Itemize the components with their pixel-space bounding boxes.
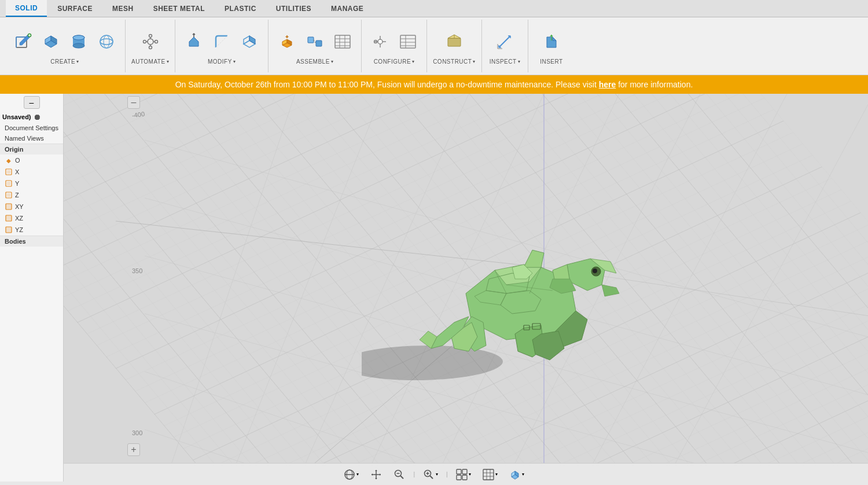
modify-group-label[interactable]: MODIFY ▾: [208, 58, 236, 65]
zoom-plus-button[interactable]: +: [127, 443, 140, 456]
fit-all-tool[interactable]: ▾: [420, 468, 442, 482]
automate-group-label[interactable]: AUTOMATE ▾: [131, 58, 169, 65]
svg-rect-67: [7, 182, 10, 185]
view-cube-tool[interactable]: ▾: [506, 468, 528, 482]
display-mode-tool[interactable]: ▾: [453, 468, 475, 482]
zoom-minus-button[interactable]: –: [127, 96, 140, 109]
create-icons: [10, 27, 119, 56]
svg-rect-71: [6, 215, 12, 221]
inspect-icons: [492, 27, 517, 56]
svg-marker-103: [602, 285, 619, 296]
left-sidebar: – Unsaved) ⏺ Document Settings Named Vie…: [0, 94, 64, 482]
orbit-tool[interactable]: ▾: [340, 468, 362, 482]
plane-z-icon: [5, 191, 13, 199]
tab-manage[interactable]: MANAGE: [322, 0, 373, 17]
bottom-bar: ▾ | ▾ | ▾ ▾ ▾: [0, 463, 868, 485]
fit-arrow: ▾: [436, 472, 438, 477]
browser-origin-xz[interactable]: XZ: [0, 212, 63, 224]
axis-label-350: 350: [132, 267, 142, 274]
create-group-label[interactable]: CREATE ▾: [50, 58, 79, 65]
sidebar-search-button[interactable]: –: [24, 96, 40, 109]
insert-icons: [539, 27, 564, 56]
svg-point-16: [148, 39, 153, 45]
grid-arrow: ▾: [495, 472, 498, 477]
svg-rect-72: [6, 227, 12, 233]
svg-point-14: [100, 39, 113, 45]
separator-1: |: [413, 471, 415, 477]
assemble-group-label[interactable]: ASSEMBLE ▾: [296, 58, 333, 65]
configure-table2-button[interactable]: [395, 27, 421, 56]
construct-button[interactable]: [442, 27, 467, 56]
browser-origin-xy[interactable]: XY: [0, 201, 63, 212]
plane-xy-icon: [5, 203, 13, 211]
browser-origin-yz[interactable]: YZ: [0, 224, 63, 236]
svg-marker-25: [189, 37, 198, 46]
group-configure: CONFIGURE ▾: [362, 20, 427, 72]
svg-rect-133: [462, 469, 467, 474]
plane-y-icon: [5, 179, 13, 188]
assemble-table-icon: [333, 32, 352, 51]
grid-display-tool[interactable]: ▾: [479, 468, 501, 482]
automate-arrow: ▾: [167, 59, 170, 64]
modify-fillet-button[interactable]: [209, 27, 234, 56]
svg-rect-36: [316, 41, 322, 46]
svg-rect-38: [335, 35, 350, 48]
create-box-button[interactable]: [38, 27, 64, 56]
tab-utilities[interactable]: UTILITIES: [267, 0, 321, 17]
automate-icons: [138, 27, 163, 56]
create-cylinder-icon: [69, 32, 88, 51]
assemble-joint-button[interactable]: [302, 27, 328, 56]
create-sphere-button[interactable]: [94, 27, 119, 56]
automate-button[interactable]: [138, 27, 163, 56]
assemble-joint-icon: [306, 32, 324, 51]
insert-icon: [542, 32, 561, 51]
create-sketch-button[interactable]: [10, 27, 36, 56]
inspect-measure-button[interactable]: [492, 27, 517, 56]
svg-point-17: [149, 35, 152, 38]
zoom-tool[interactable]: [390, 468, 409, 482]
svg-rect-53: [448, 38, 461, 46]
inspect-group-label[interactable]: INSPECT ▾: [490, 58, 520, 65]
assemble-new-component-button[interactable]: [274, 27, 300, 56]
create-cylinder-button[interactable]: [66, 27, 91, 56]
browser-origin-o[interactable]: ◆ O: [0, 155, 63, 166]
browser-origin-x[interactable]: X: [0, 166, 63, 178]
configure-group-label[interactable]: CONFIGURE ▾: [374, 58, 415, 65]
configure-icons: [367, 27, 421, 56]
svg-rect-65: [7, 170, 10, 174]
tab-mesh[interactable]: MESH: [103, 0, 143, 17]
modify-shell-button[interactable]: [237, 27, 262, 56]
browser-origin-y[interactable]: Y: [0, 178, 63, 189]
tab-solid[interactable]: SOLID: [6, 0, 47, 17]
browser-bodies-header[interactable]: Bodies: [0, 236, 63, 247]
viewport[interactable]: – +: [64, 94, 868, 482]
browser-document-settings[interactable]: Document Settings: [0, 123, 63, 133]
create-sphere-icon: [97, 32, 116, 51]
create-box-icon: [42, 32, 60, 51]
pan-tool[interactable]: [367, 468, 385, 482]
document-row[interactable]: Unsaved) ⏺: [0, 111, 63, 123]
modify-press-pull-button[interactable]: [181, 27, 207, 56]
toolbar: SOLID SURFACE MESH SHEET METAL PLASTIC U…: [0, 0, 868, 75]
browser-origin-z[interactable]: Z: [0, 189, 63, 201]
notification-link[interactable]: here: [599, 80, 616, 89]
construct-group-label[interactable]: CONSTRUCT ▾: [433, 58, 476, 65]
modify-fillet-icon: [212, 32, 231, 51]
axis-label-300: 300: [132, 429, 142, 436]
sidebar-search-area: –: [0, 94, 63, 111]
browser-named-views[interactable]: Named Views: [0, 133, 63, 144]
plane-yz-icon: [5, 226, 13, 234]
browser-origin-header[interactable]: Origin: [0, 144, 63, 155]
svg-point-95: [362, 346, 509, 380]
configure-button[interactable]: [367, 27, 393, 56]
tab-surface[interactable]: SURFACE: [48, 0, 102, 17]
plane-x-icon: [5, 168, 13, 176]
insert-group-label[interactable]: INSERT: [540, 58, 563, 65]
tab-sheet-metal[interactable]: SHEET METAL: [144, 0, 214, 17]
insert-button[interactable]: [539, 27, 564, 56]
svg-marker-29: [249, 36, 255, 44]
assemble-table-button[interactable]: [330, 27, 355, 56]
svg-rect-135: [462, 475, 467, 480]
svg-marker-114: [524, 250, 544, 267]
tab-plastic[interactable]: PLASTIC: [215, 0, 266, 17]
